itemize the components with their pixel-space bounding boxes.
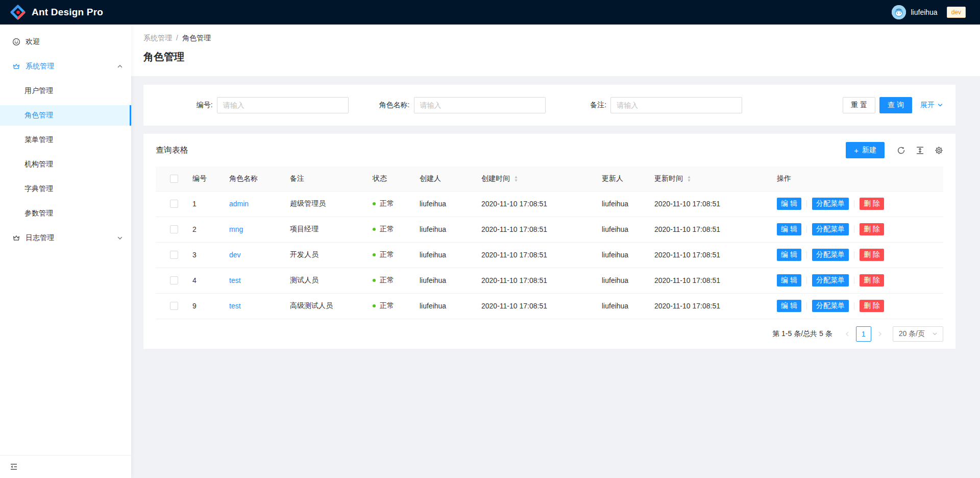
- pagination-prev-button[interactable]: [840, 326, 855, 342]
- sidebar-item-user-mgmt[interactable]: 用户管理: [0, 81, 131, 101]
- id-input[interactable]: [217, 97, 349, 113]
- divider: [854, 251, 854, 258]
- sidebar-item-label: 用户管理: [24, 86, 53, 95]
- sidebar-group-system[interactable]: 系统管理: [0, 56, 131, 77]
- table-title: 查询表格: [156, 145, 188, 156]
- role-name-link[interactable]: test: [229, 276, 241, 284]
- row-checkbox[interactable]: [170, 251, 178, 259]
- assign-menu-button[interactable]: 分配菜单: [812, 223, 849, 235]
- column-header-created-time[interactable]: 创建时间 ▲▼: [473, 166, 594, 191]
- sidebar-item-label: 欢迎: [26, 37, 40, 46]
- delete-button[interactable]: 删 除: [860, 223, 884, 235]
- assign-menu-button[interactable]: 分配菜单: [812, 249, 849, 261]
- crown-icon: [12, 234, 20, 242]
- sidebar-item-role-mgmt[interactable]: 角色管理: [0, 105, 131, 126]
- assign-menu-button[interactable]: 分配菜单: [812, 274, 849, 286]
- sidebar-group-log[interactable]: 日志管理: [0, 228, 131, 248]
- row-checkbox[interactable]: [170, 200, 178, 208]
- new-button-label: 新建: [862, 146, 876, 155]
- sidebar-item-label: 参数管理: [24, 209, 53, 218]
- assign-menu-button[interactable]: 分配菜单: [812, 300, 849, 312]
- table-header-row: 编号 角色名称 备注 状态 创建人 创建时间 ▲▼ 更新人: [156, 166, 943, 191]
- divider: [806, 226, 807, 233]
- role-name-link[interactable]: test: [229, 302, 241, 310]
- row-checkbox[interactable]: [170, 276, 178, 284]
- remark-input[interactable]: [610, 97, 742, 113]
- chevron-down-icon: [117, 235, 123, 241]
- assign-menu-button[interactable]: 分配菜单: [812, 198, 849, 210]
- search-form-card: 编号: 角色名称: 备注: 重 置 查 询: [143, 85, 955, 126]
- cell-creator: liufeihua: [411, 293, 473, 319]
- sidebar-item-label: 角色管理: [24, 111, 53, 120]
- sidebar-collapse-trigger[interactable]: [0, 455, 131, 478]
- cell-id: 3: [184, 242, 221, 268]
- chevron-down-icon: [937, 102, 943, 108]
- status-badge: 正常: [380, 250, 394, 258]
- column-header-updated-time[interactable]: 更新时间 ▲▼: [646, 166, 769, 191]
- reset-button[interactable]: 重 置: [843, 97, 875, 113]
- sidebar-item-welcome[interactable]: 欢迎: [0, 32, 131, 52]
- sort-carets-icon: ▲▼: [514, 175, 518, 182]
- cell-updated-time: 2020-11-10 17:08:51: [646, 217, 769, 242]
- edit-button[interactable]: 编 辑: [777, 274, 801, 286]
- density-icon[interactable]: [916, 146, 924, 155]
- page-size-select[interactable]: 20 条/页: [893, 326, 943, 342]
- account-menu[interactable]: liufeihua: [890, 5, 939, 19]
- sidebar-item-menu-mgmt[interactable]: 菜单管理: [0, 130, 131, 150]
- cell-updated-time: 2020-11-10 17:08:51: [646, 242, 769, 268]
- divider: [854, 226, 854, 233]
- delete-button[interactable]: 删 除: [860, 274, 884, 286]
- cell-created-time: 2020-11-10 17:08:51: [473, 293, 594, 319]
- role-name-input[interactable]: [414, 97, 546, 113]
- table-row: 1 admin 超级管理员 正常 liufeihua 2020-11-10 17…: [156, 191, 943, 217]
- column-header-updater: 更新人: [594, 166, 646, 191]
- edit-button[interactable]: 编 辑: [777, 198, 801, 210]
- page-header: 系统管理 / 角色管理 角色管理: [131, 25, 980, 76]
- new-button[interactable]: + 新建: [846, 142, 885, 158]
- breadcrumb-system[interactable]: 系统管理: [143, 32, 172, 43]
- cell-creator: liufeihua: [411, 191, 473, 217]
- role-name-link[interactable]: dev: [229, 251, 241, 259]
- chevron-left-icon: [844, 331, 850, 337]
- pagination-page-1[interactable]: 1: [856, 326, 871, 342]
- role-name-link[interactable]: mng: [229, 225, 243, 233]
- divider: [854, 277, 854, 284]
- sidebar-item-label: 机构管理: [24, 160, 53, 169]
- delete-button[interactable]: 删 除: [860, 300, 884, 312]
- cell-created-time: 2020-11-10 17:08:51: [473, 191, 594, 217]
- sidebar-item-dict-mgmt[interactable]: 字典管理: [0, 179, 131, 199]
- cell-id: 2: [184, 217, 221, 242]
- sidebar-group-label: 系统管理: [26, 62, 54, 71]
- status-badge: 正常: [380, 225, 394, 233]
- row-checkbox[interactable]: [170, 302, 178, 310]
- role-name-link[interactable]: admin: [229, 200, 249, 208]
- reload-icon[interactable]: [897, 146, 905, 155]
- sidebar-menu: 欢迎 系统管理 用户管理 角色管理 菜单管理 机构管理: [0, 25, 131, 455]
- select-all-checkbox[interactable]: [170, 175, 178, 183]
- field-label-remark: 备注:: [550, 101, 607, 110]
- ant-design-logo-icon: [10, 5, 26, 20]
- sidebar-item-org-mgmt[interactable]: 机构管理: [0, 154, 131, 175]
- table-row: 9 test 高级测试人员 正常 liufeihua 2020-11-10 17…: [156, 293, 943, 319]
- edit-button[interactable]: 编 辑: [777, 300, 801, 312]
- table-row: 2 mng 项目经理 正常 liufeihua 2020-11-10 17:08…: [156, 217, 943, 242]
- divider: [854, 302, 854, 309]
- pagination-next-button[interactable]: [872, 326, 888, 342]
- query-button[interactable]: 查 询: [879, 97, 912, 113]
- column-header-role-name: 角色名称: [221, 166, 282, 191]
- app-header: Ant Design Pro liufeihua dev: [0, 0, 980, 25]
- settings-gear-icon[interactable]: [935, 146, 943, 155]
- column-header-actions: 操作: [769, 166, 943, 191]
- column-header-id: 编号: [184, 166, 221, 191]
- edit-button[interactable]: 编 辑: [777, 249, 801, 261]
- status-badge: 正常: [380, 301, 394, 309]
- edit-button[interactable]: 编 辑: [777, 223, 801, 235]
- divider: [806, 200, 807, 207]
- sidebar-item-param-mgmt[interactable]: 参数管理: [0, 203, 131, 224]
- cell-id: 9: [184, 293, 221, 319]
- expand-toggle[interactable]: 展开: [920, 101, 943, 110]
- delete-button[interactable]: 删 除: [860, 249, 884, 261]
- sidebar: 欢迎 系统管理 用户管理 角色管理 菜单管理 机构管理: [0, 25, 131, 478]
- row-checkbox[interactable]: [170, 225, 178, 233]
- delete-button[interactable]: 删 除: [860, 198, 884, 210]
